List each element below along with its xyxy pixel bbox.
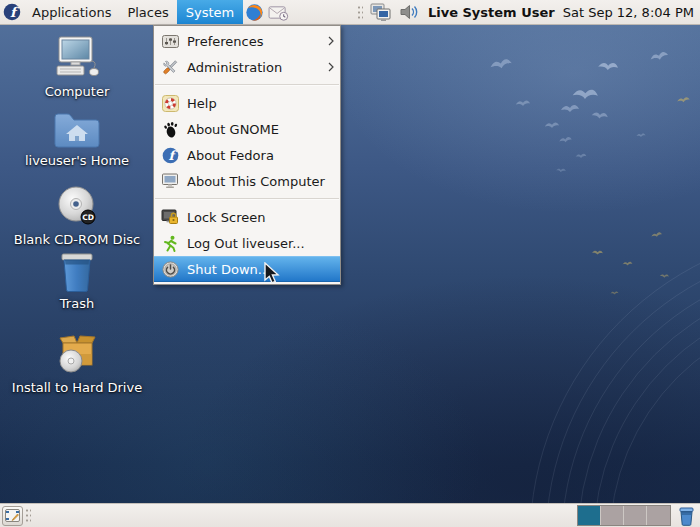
menu-item-label: Log Out liveuser... (187, 236, 305, 251)
desktop-icon-trash[interactable]: Trash (12, 250, 142, 311)
menu-item-about-gnome[interactable]: About GNOME (154, 116, 340, 142)
fedora-logo-icon: f (3, 3, 21, 21)
desktop-icon-label: Install to Hard Drive (12, 380, 142, 395)
computer-icon (51, 36, 103, 82)
system-menu: Preferences Administration (153, 25, 341, 285)
network-icon (369, 3, 393, 22)
network-applet[interactable] (367, 0, 395, 24)
menu-item-label: Preferences (187, 34, 263, 49)
show-desktop-button[interactable] (2, 506, 23, 526)
menu-item-label: Lock Screen (187, 210, 265, 225)
workspace-2[interactable] (601, 506, 624, 525)
log-out-icon (160, 234, 180, 252)
mail-clock-icon (268, 4, 289, 21)
desktop-icon-install[interactable]: Install to Hard Drive (12, 334, 142, 395)
volume-applet[interactable] (398, 0, 421, 24)
cd-disc-icon: CD (54, 184, 100, 230)
menu-item-about-this-computer[interactable]: About This Computer (154, 168, 340, 194)
menu-item-lock-screen[interactable]: Lock Screen (154, 204, 340, 230)
menu-separator (155, 198, 339, 200)
tray-handle[interactable] (356, 4, 363, 21)
menu-item-label: Help (187, 96, 217, 111)
trash-applet-icon (677, 506, 696, 526)
firefox-icon (245, 3, 264, 22)
installer-box-icon (52, 334, 102, 378)
trash-icon (54, 250, 100, 294)
menu-separator (155, 84, 339, 86)
mouse-cursor (263, 262, 283, 290)
menu-item-about-fedora[interactable]: f About Fedora (154, 142, 340, 168)
menu-item-administration[interactable]: Administration (154, 54, 340, 80)
help-lifesaver-icon (160, 94, 180, 112)
firefox-launcher[interactable] (243, 0, 266, 24)
menu-item-shut-down[interactable]: Shut Down... (154, 256, 340, 282)
menu-item-label: Shut Down... (187, 262, 270, 277)
show-desktop-icon (5, 509, 20, 522)
desktop-icon-computer[interactable]: Computer (12, 36, 142, 99)
desktop-icon-label: Computer (45, 84, 110, 99)
window-list-handle[interactable] (24, 507, 31, 524)
clock-applet[interactable]: Sat Sep 12, 8:04 PM (563, 5, 694, 20)
menu-item-label: About Fedora (187, 148, 274, 163)
menu-applications[interactable]: Applications (24, 0, 119, 24)
submenu-arrow-icon (328, 36, 334, 46)
lock-screen-icon (160, 208, 180, 226)
admin-tools-icon (160, 58, 180, 76)
menu-item-label: About GNOME (187, 122, 279, 137)
desktop-icon-home[interactable]: liveuser's Home (12, 110, 142, 168)
menu-places[interactable]: Places (119, 0, 176, 24)
trash-applet[interactable] (675, 505, 697, 527)
submenu-arrow-icon (328, 62, 334, 72)
shut-down-icon (160, 260, 180, 278)
desktop-icon-label: Trash (60, 296, 94, 311)
menu-item-label: Administration (187, 60, 282, 75)
desktop-icon-label: Blank CD-ROM Disc (14, 232, 140, 247)
desktop-icon-cdrom[interactable]: CD Blank CD-ROM Disc (12, 184, 142, 247)
menu-item-help[interactable]: Help (154, 90, 340, 116)
volume-icon (400, 3, 419, 21)
home-folder-icon (53, 110, 101, 151)
fedora-logo-icon: f (160, 146, 180, 164)
desktop-screen: Computer liveuser's Home CD Blank CD-ROM… (0, 0, 700, 527)
bottom-panel (0, 503, 700, 527)
workspace-1[interactable] (578, 506, 601, 525)
menu-item-label: About This Computer (187, 174, 325, 189)
workspace-3[interactable] (624, 506, 647, 525)
workspace-4[interactable] (647, 506, 670, 525)
fedora-menu-button[interactable]: f (0, 0, 24, 24)
workspace-switcher (577, 505, 671, 526)
menu-system[interactable]: System (177, 0, 243, 24)
menu-item-preferences[interactable]: Preferences (154, 28, 340, 54)
top-panel: f Applications Places System (0, 0, 700, 25)
gnome-foot-icon (160, 120, 180, 138)
mail-launcher[interactable] (266, 0, 291, 24)
preferences-icon (160, 32, 180, 50)
computer-icon (160, 172, 180, 190)
panel-menu-bar: f Applications Places System (0, 0, 291, 24)
desktop-icon-label: liveuser's Home (25, 153, 129, 168)
svg-text:CD: CD (82, 213, 94, 222)
user-switcher[interactable]: Live System User (428, 5, 555, 20)
menu-item-log-out[interactable]: Log Out liveuser... (154, 230, 340, 256)
panel-tray: Live System User Sat Sep 12, 8:04 PM (355, 0, 696, 24)
